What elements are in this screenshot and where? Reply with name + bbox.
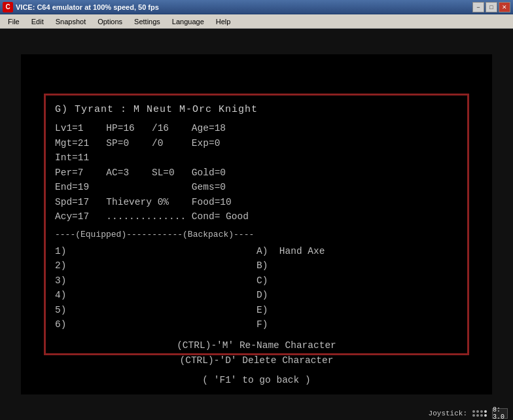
equipped-slot-5: 5) bbox=[55, 303, 256, 317]
joystick-label: Joystick: bbox=[429, 410, 467, 417]
menu-language[interactable]: Language bbox=[167, 16, 209, 27]
stat-line-5: End=19 Gems=0 bbox=[55, 180, 458, 194]
equipped-slot-2: 2) bbox=[55, 258, 256, 273]
game-panel: G) Tyrant : M Neut M-Orc Knight Lv1=1 HP… bbox=[44, 94, 469, 355]
backpack-slot-d: D) bbox=[256, 288, 458, 302]
minimize-button[interactable]: − bbox=[472, 2, 484, 12]
equipped-slot-3: 3) bbox=[55, 273, 256, 288]
dot-5 bbox=[472, 414, 475, 417]
rename-command: (CTRL)-'M' Re-Name Character bbox=[55, 338, 458, 353]
stat-line-4: Per=7 AC=3 SL=0 Gold=0 bbox=[55, 166, 458, 180]
window-title: VICE: C64 emulator at 100% speed, 50 fps bbox=[16, 3, 159, 11]
dot-2 bbox=[476, 410, 479, 413]
menu-settings[interactable]: Settings bbox=[129, 16, 166, 27]
c64-screen: G) Tyrant : M Neut M-Orc Knight Lv1=1 HP… bbox=[21, 54, 492, 394]
stat-line-3: Int=11 bbox=[55, 150, 458, 165]
menu-bar: File Edit Snapshot Options Settings Lang… bbox=[0, 14, 513, 29]
equipped-column: 1) 2) 3) 4) 5) 6) bbox=[55, 244, 256, 332]
backpack-slot-e: E) bbox=[256, 303, 458, 317]
title-bar: C VICE: C64 emulator at 100% speed, 50 f… bbox=[0, 0, 513, 14]
dot-7 bbox=[480, 414, 483, 417]
speed-display: 8: 3.0 bbox=[492, 408, 508, 419]
dot-8 bbox=[484, 414, 487, 417]
app-icon: C bbox=[3, 2, 13, 12]
maximize-button[interactable]: □ bbox=[486, 2, 497, 12]
menu-help[interactable]: Help bbox=[211, 16, 236, 27]
equipped-slot-4: 4) bbox=[55, 288, 256, 302]
stat-line-2: Mgt=21 SP=0 /0 Exp=0 bbox=[55, 136, 458, 150]
status-bar: Joystick: 8: 3.0 bbox=[423, 407, 513, 420]
commands-section: (CTRL)-'M' Re-Name Character (CTRL)-'D' … bbox=[55, 338, 458, 368]
backpack-slot-a: A) Hand Axe bbox=[256, 244, 458, 258]
equipped-slot-6: 6) bbox=[55, 317, 256, 332]
delete-command: (CTRL)-'D' Delete Character bbox=[55, 353, 458, 368]
menu-edit[interactable]: Edit bbox=[26, 16, 49, 27]
menu-file[interactable]: File bbox=[3, 16, 25, 27]
close-button[interactable]: ✕ bbox=[499, 2, 510, 12]
dot-3 bbox=[480, 410, 483, 413]
menu-options[interactable]: Options bbox=[92, 16, 128, 27]
inventory-section: 1) 2) 3) 4) 5) 6) A) Hand Axe B) C) D) E… bbox=[55, 244, 458, 332]
joystick-indicator bbox=[472, 410, 487, 417]
backpack-column: A) Hand Axe B) C) D) E) F) bbox=[256, 244, 458, 332]
footer-hint: ( 'F1' to go back ) bbox=[55, 373, 458, 387]
equipped-slot-1: 1) bbox=[55, 244, 256, 258]
character-header: G) Tyrant : M Neut M-Orc Knight bbox=[55, 102, 458, 117]
title-bar-left: C VICE: C64 emulator at 100% speed, 50 f… bbox=[3, 2, 159, 12]
dot-4 bbox=[484, 410, 487, 413]
backpack-slot-f: F) bbox=[256, 317, 458, 332]
dot-6 bbox=[476, 414, 479, 417]
backpack-slot-c: C) bbox=[256, 273, 458, 288]
menu-snapshot[interactable]: Snapshot bbox=[50, 16, 91, 27]
backpack-slot-b: B) bbox=[256, 258, 458, 273]
stat-line-1: Lv1=1 HP=16 /16 Age=18 bbox=[55, 121, 458, 135]
main-area: G) Tyrant : M Neut M-Orc Knight Lv1=1 HP… bbox=[0, 29, 513, 420]
dot-1 bbox=[472, 410, 475, 413]
stat-line-6: Spd=17 Thievery 0% Food=10 bbox=[55, 195, 458, 209]
stat-line-7: Acy=17 .............. Cond= Good bbox=[55, 209, 458, 224]
stats-section: Lv1=1 HP=16 /16 Age=18 Mgt=21 SP=0 /0 Ex… bbox=[55, 121, 458, 224]
window-controls: − □ ✕ bbox=[472, 2, 510, 12]
inventory-divider: ----(Equipped)-----------(Backpack)---- bbox=[55, 228, 458, 241]
